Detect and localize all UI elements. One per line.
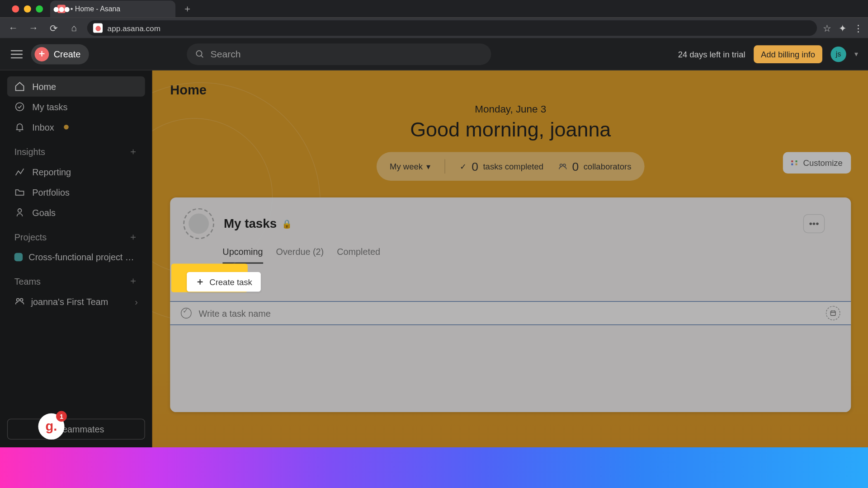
maximize-window-icon[interactable] <box>36 5 43 12</box>
svg-rect-8 <box>830 311 835 315</box>
minimize-window-icon[interactable] <box>24 5 31 12</box>
team-item[interactable]: joanna's First Team › <box>7 291 145 311</box>
browser-tab[interactable]: ⬤⬤⬤ • Home - Asana <box>50 0 175 17</box>
sidebar-label: Inbox <box>32 122 54 132</box>
forward-button[interactable]: → <box>26 21 41 35</box>
add-billing-button[interactable]: Add billing info <box>754 45 822 63</box>
section-title: Insights <box>14 147 45 157</box>
browser-menu-icon[interactable]: ⋮ <box>854 23 863 34</box>
customize-button[interactable]: Customize <box>783 152 851 174</box>
chevron-down-icon: ▾ <box>426 162 430 171</box>
svg-point-6 <box>560 164 562 166</box>
search-input[interactable]: Search <box>187 43 491 65</box>
add-project-button[interactable]: ＋ <box>128 231 138 244</box>
sidebar-label: My tasks <box>32 102 67 112</box>
sidebar-item-mytasks[interactable]: My tasks <box>7 97 145 117</box>
reporting-icon <box>14 166 25 177</box>
chevron-right-icon: › <box>135 296 138 306</box>
bookmark-icon[interactable]: ☆ <box>823 23 831 34</box>
sidebar-label: Goals <box>32 207 56 217</box>
goals-icon <box>14 207 25 218</box>
tab-title: • Home - Asana <box>71 5 120 13</box>
section-teams: Teams ＋ <box>7 267 145 291</box>
greeting: Good morning, joanna <box>152 118 868 141</box>
task-name-input[interactable] <box>199 308 819 318</box>
profile-placeholder-icon[interactable] <box>183 208 214 239</box>
sidebar-label: Home <box>32 81 56 91</box>
page-title: Home <box>152 70 868 104</box>
footer-gradient <box>0 447 868 488</box>
new-task-row[interactable] <box>170 301 851 325</box>
section-title: Teams <box>14 276 41 286</box>
bell-icon <box>14 122 25 132</box>
svg-point-2 <box>16 103 24 111</box>
stats-pill: My week ▾ ✓ 0 tasks completed 0 coll <box>377 152 644 181</box>
tab-completed[interactable]: Completed <box>337 246 380 263</box>
reload-button[interactable]: ⟳ <box>47 21 61 35</box>
set-date-button[interactable] <box>826 306 840 320</box>
tasks-title-text: My tasks <box>224 216 277 231</box>
tasks-title: My tasks 🔒 <box>224 216 292 231</box>
guide-badge[interactable]: g. 1 <box>38 413 64 440</box>
customize-icon <box>791 160 798 165</box>
add-team-button[interactable]: ＋ <box>128 275 138 288</box>
create-task-label: Create task <box>209 277 252 286</box>
close-window-icon[interactable] <box>12 5 19 12</box>
create-button[interactable]: ＋ Create <box>31 44 89 64</box>
create-label: Create <box>54 49 80 59</box>
extensions-icon[interactable]: ✦ <box>839 23 846 34</box>
svg-point-7 <box>563 164 565 166</box>
home-icon <box>14 81 25 92</box>
customize-label: Customize <box>803 158 843 168</box>
team-icon <box>14 296 25 307</box>
sidebar-item-reporting[interactable]: Reporting <box>7 162 145 182</box>
asana-favicon-icon: ⬤⬤⬤ <box>57 5 66 13</box>
create-task-button[interactable]: ＋ Create task <box>187 272 260 292</box>
people-icon <box>558 162 567 171</box>
tasks-completed-stat: ✓ 0 tasks completed <box>460 160 543 173</box>
search-placeholder: Search <box>211 49 241 60</box>
sidebar-item-inbox[interactable]: Inbox <box>7 117 145 137</box>
plus-icon: ＋ <box>195 276 205 288</box>
svg-point-4 <box>17 299 19 301</box>
user-avatar[interactable]: js <box>830 46 846 61</box>
lock-icon: 🔒 <box>282 219 292 228</box>
svg-point-0 <box>196 51 202 56</box>
plus-icon: ＋ <box>35 47 49 61</box>
tab-upcoming[interactable]: Upcoming <box>222 246 263 263</box>
menu-toggle-icon[interactable] <box>11 50 23 58</box>
folder-icon <box>14 187 25 197</box>
stat-count: 0 <box>472 160 478 173</box>
section-projects: Projects ＋ <box>7 222 145 247</box>
new-tab-button[interactable]: ＋ <box>179 0 196 17</box>
more-options-button[interactable]: ••• <box>803 214 825 233</box>
sidebar-label: Portfolios <box>32 187 70 197</box>
chevron-down-icon[interactable]: ▾ <box>854 50 858 58</box>
url-text: app.asana.com <box>108 23 160 33</box>
home-button[interactable]: ⌂ <box>67 21 81 35</box>
trial-status: 24 days left in trial <box>678 49 745 59</box>
badge-count: 1 <box>56 411 67 422</box>
myweek-dropdown[interactable]: My week ▾ <box>390 162 430 171</box>
project-item[interactable]: Cross-functional project p... <box>7 247 145 267</box>
section-title: Projects <box>14 232 47 242</box>
back-button[interactable]: ← <box>6 21 20 35</box>
section-insights: Insights ＋ <box>7 137 145 162</box>
invite-teammates-button[interactable]: ite teammates <box>7 419 145 440</box>
sidebar-item-home[interactable]: Home <box>7 76 145 97</box>
tab-overdue[interactable]: Overdue (2) <box>276 246 324 263</box>
tasks-card: My tasks 🔒 ••• Upcoming Overdue (2) Comp… <box>170 197 851 412</box>
check-icon: ✓ <box>460 162 467 171</box>
add-insight-button[interactable]: ＋ <box>128 145 138 158</box>
site-favicon-icon: ⬤ <box>93 23 103 33</box>
task-check-icon[interactable] <box>181 308 192 319</box>
myweek-label: My week <box>390 162 423 171</box>
url-bar[interactable]: ⬤ app.asana.com <box>87 20 817 36</box>
sidebar-label: Reporting <box>32 167 71 177</box>
project-label: Cross-functional project p... <box>28 252 136 262</box>
search-icon <box>195 49 204 59</box>
window-controls[interactable] <box>5 0 50 17</box>
unread-dot-icon <box>64 125 69 130</box>
sidebar-item-portfolios[interactable]: Portfolios <box>7 182 145 202</box>
sidebar-item-goals[interactable]: Goals <box>7 202 145 222</box>
